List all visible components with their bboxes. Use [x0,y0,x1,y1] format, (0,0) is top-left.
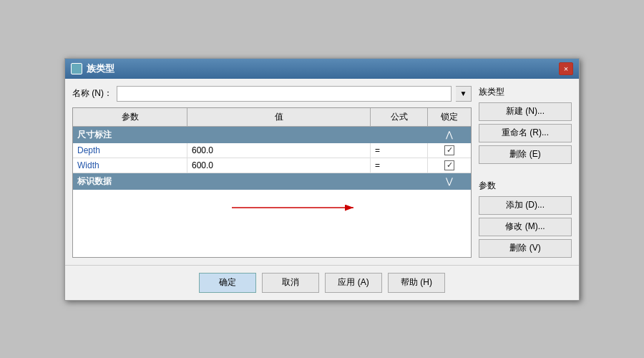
close-button[interactable]: × [559,62,573,75]
table-row: Depth = [73,143,471,158]
section-identity-title: 标识数据 [73,173,428,190]
value-depth[interactable] [187,143,371,158]
lock-depth-checkbox[interactable] [444,145,454,155]
lock-width-checkbox[interactable] [444,160,454,170]
name-row: 名称 (N)： ▼ [72,86,472,102]
window-title: 族类型 [87,62,114,75]
params-table: 参数 值 公式 锁定 尺寸标注 ⋀ Depth [72,107,472,258]
params-group: 参数 添加 (D)... 修改 (M)... 删除 (V) [479,180,572,258]
new-family-type-button[interactable]: 新建 (N)... [479,102,572,121]
param-depth: Depth [73,143,187,158]
help-button[interactable]: 帮助 (H) [388,273,445,293]
right-panel: 族类型 新建 (N)... 重命名 (R)... 删除 (E) 参数 [479,86,572,258]
cancel-button[interactable]: 取消 [262,273,319,293]
section-dimensions-title: 尺寸标注 [73,127,428,143]
section-identity-collapse[interactable]: ⋁ [428,173,471,190]
table-header: 参数 值 公式 锁定 [73,108,471,127]
value-depth-input[interactable] [192,145,366,155]
section-dimensions-collapse[interactable]: ⋀ [428,127,471,143]
arrow-spacer [479,168,572,175]
section-dimensions[interactable]: 尺寸标注 ⋀ [73,127,471,143]
lock-depth[interactable] [428,143,471,158]
params-label: 参数 [479,180,572,192]
table-row: Width = [73,158,471,173]
rename-family-type-button[interactable]: 重命名 (R)... [479,124,572,142]
modify-param-button[interactable]: 修改 (M)... [479,218,572,236]
section-identity[interactable]: 标识数据 ⋁ [73,173,471,190]
left-panel: 名称 (N)： ▼ 参数 值 公式 锁定 尺寸标注 ⋀ [72,86,472,258]
dialog-footer: 确定 取消 应用 (A) 帮助 (H) [65,265,579,300]
value-width-input[interactable] [192,160,366,170]
delete-family-type-button[interactable]: 删除 (E) [479,145,572,164]
dialog-body: 名称 (N)： ▼ 参数 值 公式 锁定 尺寸标注 ⋀ [65,79,579,265]
name-input[interactable] [117,86,452,102]
family-type-label: 族类型 [479,86,572,98]
header-param: 参数 [73,108,187,126]
delete-param-button[interactable]: 删除 (V) [479,239,572,258]
lock-width[interactable] [428,158,471,173]
title-bar-left: 族类型 [71,62,114,75]
window-icon [71,63,82,74]
family-type-group: 族类型 新建 (N)... 重命名 (R)... 删除 (E) [479,86,572,164]
name-dropdown[interactable]: ▼ [456,86,472,102]
add-param-button[interactable]: 添加 (D)... [479,196,572,215]
formula-width: = [371,158,428,173]
formula-depth: = [371,143,428,158]
apply-button[interactable]: 应用 (A) [325,273,382,293]
name-label: 名称 (N)： [72,87,112,100]
dialog-window: 族类型 × 名称 (N)： ▼ 参数 值 公式 锁定 [64,58,580,301]
ok-button[interactable]: 确定 [199,273,256,293]
header-formula: 公式 [371,108,428,126]
value-width[interactable] [187,158,371,173]
table-body: 尺寸标注 ⋀ Depth = [73,127,471,257]
header-lock: 锁定 [428,108,471,126]
title-bar: 族类型 × [65,59,579,79]
param-width: Width [73,158,187,173]
header-value: 值 [187,108,371,126]
